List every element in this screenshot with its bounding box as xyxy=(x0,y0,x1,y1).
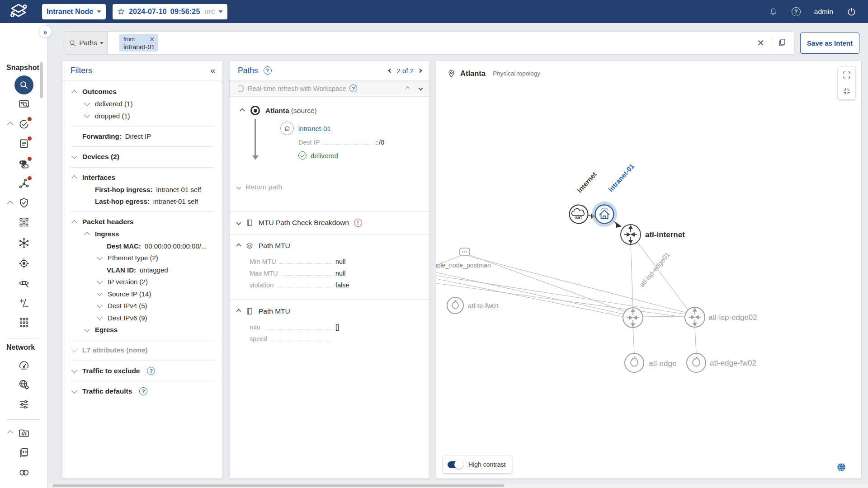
sidebar-item-integrations[interactable] xyxy=(18,467,30,479)
filter-source-ip[interactable]: Source IP (14) xyxy=(62,288,222,300)
node-label-intranet-01[interactable]: intranet-01 xyxy=(607,162,636,193)
layers-icon xyxy=(245,242,254,250)
sidebar-item-nqe-library[interactable] xyxy=(18,447,30,459)
username[interactable]: admin xyxy=(814,8,833,16)
copy-search-icon[interactable] xyxy=(778,38,787,49)
filter-devices[interactable]: Devices (2) xyxy=(62,151,222,163)
filter-outcome-delivered[interactable]: delivered (1) xyxy=(62,98,222,110)
network-selector[interactable]: Intranet Node xyxy=(42,4,106,19)
filter-dest-ipv6[interactable]: Dest IPv6 (9) xyxy=(62,312,222,324)
high-contrast-toggle[interactable] xyxy=(448,461,463,468)
help-icon[interactable]: ? xyxy=(349,84,357,92)
next-path-button[interactable] xyxy=(418,68,422,73)
node-label-atl-isp-edge02[interactable]: atl-isp-edge02 xyxy=(708,313,757,322)
realtime-refresh-label: Real-time refresh with Workspace xyxy=(248,85,346,92)
search-filter-chip[interactable]: from ✕ intranet-01 xyxy=(119,34,158,52)
path-source-row[interactable]: Atlanta (source) xyxy=(241,106,429,115)
help-icon[interactable]: ? xyxy=(792,7,801,16)
filter-forwarding: Forwarding:Direct IP xyxy=(62,131,222,143)
filter-packet-headers[interactable]: Packet headers xyxy=(62,216,222,228)
chip-value: intranet-01 xyxy=(123,43,155,51)
sidebar-item-blast-radius[interactable] xyxy=(18,237,30,249)
star-icon[interactable] xyxy=(117,8,125,16)
sidebar-item-dashboard[interactable] xyxy=(18,360,30,371)
globe-icon[interactable] xyxy=(836,462,846,472)
sidebar-item-predefined-checks[interactable] xyxy=(18,158,30,170)
search-mode-selector[interactable]: Paths xyxy=(65,32,108,54)
node-atl-internet[interactable]: atl-internet xyxy=(621,225,685,244)
clear-search-icon[interactable]: ✕ xyxy=(757,38,764,48)
sidebar-group-expander[interactable] xyxy=(7,201,13,206)
sidebar-expand-button[interactable]: » xyxy=(39,25,52,38)
path-mtu-section-2[interactable]: Path MTU xyxy=(230,300,429,323)
sidebar-scrollbar[interactable] xyxy=(40,62,43,98)
sidebar-item-diffs[interactable] xyxy=(18,297,30,309)
path-mtu-section-1[interactable]: Path MTU xyxy=(230,235,429,257)
path-search-bar[interactable]: Paths from ✕ intranet-01 ✕ xyxy=(65,31,794,55)
help-icon[interactable]: ? xyxy=(139,387,147,395)
node-atl-isp-edge02[interactable]: atl-isp-edge02 xyxy=(685,307,757,327)
prev-path-button[interactable] xyxy=(388,68,393,73)
filter-traffic-defaults[interactable]: Traffic defaults? xyxy=(62,385,222,398)
node-atl-te-fw01[interactable]: atl-te-fw01 xyxy=(447,297,500,314)
mtu-breakdown-section[interactable]: MTU Path Check Breakdown ! xyxy=(230,211,429,234)
sidebar-group-expander[interactable] xyxy=(7,122,13,127)
sidebar-item-network-settings[interactable] xyxy=(18,379,30,390)
save-as-intent-button[interactable]: Save as Intent xyxy=(800,33,859,54)
node-atl-isp-edge01[interactable] xyxy=(623,308,643,328)
filter-ip-version[interactable]: IP version (2) xyxy=(62,276,222,288)
help-icon[interactable]: ? xyxy=(147,367,155,375)
node-intranet-01[interactable]: intranet-01 xyxy=(592,162,636,227)
sidebar-item-nqe[interactable] xyxy=(18,427,30,439)
sidebar-item-apps[interactable] xyxy=(18,317,30,328)
horizontal-scrollbar[interactable] xyxy=(48,483,868,488)
sidebar-item-path-analysis[interactable] xyxy=(18,178,30,189)
collapse-filters-icon[interactable]: « xyxy=(210,66,214,75)
node-label-postman[interactable]: mple_node_postman xyxy=(436,262,491,269)
expand-all-icon[interactable] xyxy=(406,86,410,91)
filter-traffic-to-exclude[interactable]: Traffic to exclude? xyxy=(62,365,222,377)
filter-ingress[interactable]: Ingress xyxy=(62,228,222,240)
notifications-bell-icon[interactable] xyxy=(769,7,778,17)
book-icon xyxy=(245,219,254,227)
filter-outcomes[interactable]: Outcomes xyxy=(62,86,222,98)
topology-graph[interactable]: INET internet intranet-01 atl xyxy=(436,61,861,479)
chip-remove-icon[interactable]: ✕ xyxy=(150,36,155,43)
snapshot-date-selector[interactable]: 2024-07-10 09:56:25 UTC xyxy=(113,4,227,19)
node-atl-edge-fw01[interactable]: atl-edge xyxy=(625,353,676,372)
node-label-atl-edge-fw02[interactable]: atl-edge-fw02 xyxy=(710,359,756,367)
node-label-atl-edge-fw01[interactable]: atl-edge xyxy=(649,359,676,368)
filter-dest-ipv4[interactable]: Dest IPv4 (5) xyxy=(62,300,222,312)
filter-egress[interactable]: Egress xyxy=(62,324,222,336)
sidebar-section-network: Network xyxy=(6,343,35,352)
node-postman[interactable]: mple_node_postman xyxy=(436,248,491,269)
sidebar-item-security[interactable] xyxy=(18,197,30,209)
power-logout-icon[interactable] xyxy=(847,7,856,17)
sidebar-item-collection-settings[interactable] xyxy=(18,399,30,410)
fullscreen-icon[interactable] xyxy=(842,70,851,80)
sidebar-item-threat-hunt[interactable] xyxy=(18,258,30,269)
sidebar-item-inventory-insight[interactable] xyxy=(18,277,30,289)
node-label-atl-te-fw01[interactable]: atl-te-fw01 xyxy=(468,302,500,310)
filter-outcome-dropped[interactable]: dropped (1) xyxy=(62,110,222,122)
sidebar-item-device-search[interactable] xyxy=(18,99,30,110)
return-path-section[interactable]: Return path xyxy=(230,176,429,198)
node-label-atl-internet[interactable]: atl-internet xyxy=(645,230,685,239)
exit-fullscreen-icon[interactable] xyxy=(842,87,851,96)
filter-ethernet-type[interactable]: Ethernet type (2) xyxy=(62,252,222,264)
sidebar-item-reports[interactable] xyxy=(18,138,30,150)
collapse-all-icon[interactable] xyxy=(419,86,423,91)
sidebar-item-matrix[interactable] xyxy=(18,216,30,228)
chevron-up-icon[interactable] xyxy=(240,108,245,113)
sidebar-item-checks[interactable] xyxy=(18,118,30,130)
sidebar-group-expander[interactable] xyxy=(7,430,13,436)
filter-l7-attributes[interactable]: L7 attributes (none) xyxy=(62,344,222,357)
sidebar-item-path-search[interactable] xyxy=(14,75,33,94)
app-logo-icon[interactable] xyxy=(8,2,29,21)
node-label-internet[interactable]: internet xyxy=(576,170,598,194)
node-label-atl-isp-edge01[interactable]: atl-isp-edge01 xyxy=(638,251,671,289)
hop-device-link[interactable]: intranet-01 xyxy=(298,125,331,132)
help-icon[interactable]: ? xyxy=(264,66,272,75)
filter-interfaces[interactable]: Interfaces xyxy=(62,172,222,184)
node-atl-edge-fw02[interactable]: atl-edge-fw02 xyxy=(687,353,756,372)
